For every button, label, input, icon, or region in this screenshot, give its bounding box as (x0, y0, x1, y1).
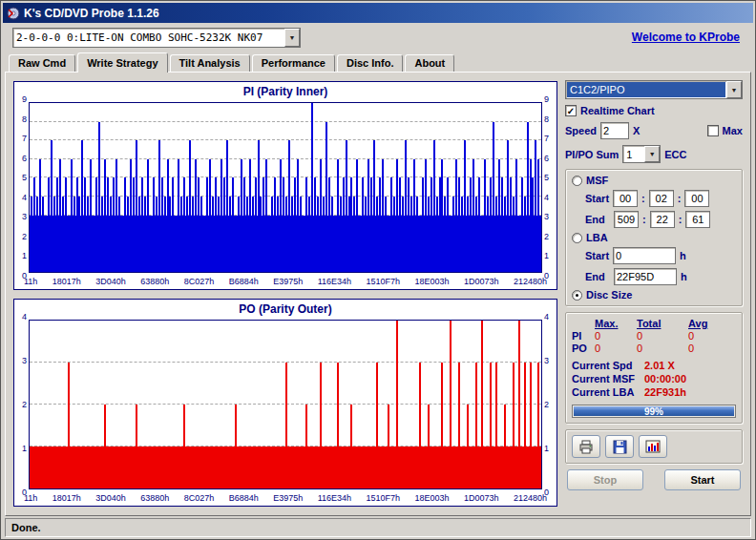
bar (84, 447, 86, 488)
bar (436, 447, 438, 488)
bar (158, 447, 160, 488)
bar (90, 447, 92, 488)
toolbar: 2-0-0-0 0:LITE-ON COMBO SOHC-5232K NK07 … (3, 23, 753, 52)
bar (144, 447, 146, 488)
bar (218, 197, 220, 271)
x-tick-label: 18017h (52, 493, 81, 504)
current-label: Current Spd (572, 360, 644, 371)
bar (127, 447, 129, 488)
msf-radio[interactable]: MSF (572, 175, 736, 186)
bar (461, 447, 463, 488)
bar (433, 140, 435, 271)
bar (78, 447, 80, 488)
checkbox-icon[interactable] (707, 125, 719, 136)
tab-tilt-analysis[interactable]: Tilt Analysis (170, 54, 250, 72)
bar (116, 159, 117, 272)
lba-end-label: End (585, 271, 610, 282)
bar (444, 197, 446, 271)
tab-disc-info[interactable]: Disc Info. (337, 54, 404, 72)
realtime-chart-checkbox[interactable]: ✓ Realtime Chart (565, 105, 743, 116)
lba-end-input[interactable] (614, 268, 677, 285)
disc-size-radio[interactable]: Disc Size (572, 289, 736, 301)
y-tick-label: 3 (22, 212, 27, 221)
speed-label: Speed (565, 125, 597, 136)
bar (62, 447, 64, 488)
start-button[interactable]: Start (664, 469, 741, 490)
bar (396, 321, 398, 489)
chevron-down-icon[interactable]: ▼ (726, 81, 742, 98)
tab-write-strategy[interactable]: Write Strategy (77, 52, 167, 73)
welcome-link[interactable]: Welcome to KProbe (632, 31, 740, 44)
window-title: K's CD/DVD Probe 1.1.26 (24, 7, 159, 20)
msf-end-min[interactable] (614, 211, 639, 228)
bar (487, 447, 489, 488)
print-button[interactable] (572, 435, 600, 458)
stop-button[interactable]: Stop (567, 469, 643, 490)
tab-raw-cmd[interactable]: Raw Cmd (9, 54, 75, 72)
bar (308, 197, 310, 271)
max-checkbox-label: Max (723, 125, 743, 136)
bar (311, 103, 313, 272)
bar (74, 197, 75, 271)
time-separator: : (642, 214, 646, 225)
y-tick-label: 7 (544, 134, 549, 143)
bar (71, 159, 73, 272)
bar (521, 177, 523, 271)
bar (413, 447, 415, 488)
lba-end-row: End h (572, 268, 736, 285)
msf-start-frame[interactable] (684, 190, 709, 207)
bar (218, 447, 220, 488)
bar (455, 159, 457, 272)
msf-start-min[interactable] (613, 190, 638, 207)
y-tick-label: 1 (22, 251, 27, 260)
stats-value: 0 (688, 343, 736, 354)
status-bar: Done. (5, 518, 751, 537)
bar (59, 159, 61, 272)
save-chart-button[interactable] (639, 435, 667, 458)
lba-start-input[interactable] (613, 247, 676, 264)
lba-start-row: Start h (572, 247, 736, 264)
chevron-down-icon[interactable]: ▼ (644, 146, 660, 162)
bar (300, 447, 302, 488)
bar (481, 216, 483, 272)
stats-value: 0 (637, 343, 688, 354)
bar (510, 447, 512, 488)
bar (212, 447, 214, 488)
bar (515, 159, 517, 272)
bar (183, 405, 185, 488)
bar (385, 447, 387, 488)
bar (537, 363, 539, 488)
msf-end-frame[interactable] (685, 211, 710, 228)
pi-x-axis-labels: 11h18017h3D040h63880h8C027hB6884hE3975h1… (14, 276, 556, 289)
bar (340, 197, 342, 271)
bar (478, 447, 480, 488)
bar (470, 447, 472, 488)
bar (195, 159, 197, 272)
po-x-axis-labels: 11h18017h3D040h63880h8C027hB6884hE3975h1… (14, 492, 556, 506)
bar (419, 363, 421, 488)
stats-header: Total (637, 318, 688, 329)
bar (379, 447, 381, 488)
mode-select[interactable]: C1C2/PIPO ▼ (565, 80, 743, 99)
bar (439, 177, 441, 271)
save-button[interactable] (605, 435, 634, 458)
bar (300, 197, 302, 271)
y-tick-label: 1 (544, 251, 549, 260)
x-tick-label: 8C027h (184, 493, 215, 504)
bar (490, 363, 492, 488)
msf-end-sec[interactable] (650, 211, 675, 228)
bar (388, 216, 389, 272)
stats-value: 0 (688, 330, 736, 342)
pi-y-axis-right: 0123456789 (542, 99, 556, 276)
msf-start-sec[interactable] (649, 190, 674, 207)
drive-select[interactable]: 2-0-0-0 0:LITE-ON COMBO SOHC-5232K NK07 … (12, 28, 301, 48)
lba-radio[interactable]: LBA (572, 232, 736, 243)
speed-input[interactable] (600, 122, 629, 139)
bar (356, 159, 358, 272)
y-tick-label: 6 (22, 154, 27, 163)
pipo-sum-select[interactable]: 1 ▼ (622, 145, 661, 163)
chevron-down-icon[interactable]: ▼ (284, 29, 300, 47)
tab-performance[interactable]: Performance (252, 54, 335, 72)
tab-about[interactable]: About (405, 54, 454, 72)
x-tick-label: 1D0073h (464, 493, 499, 504)
